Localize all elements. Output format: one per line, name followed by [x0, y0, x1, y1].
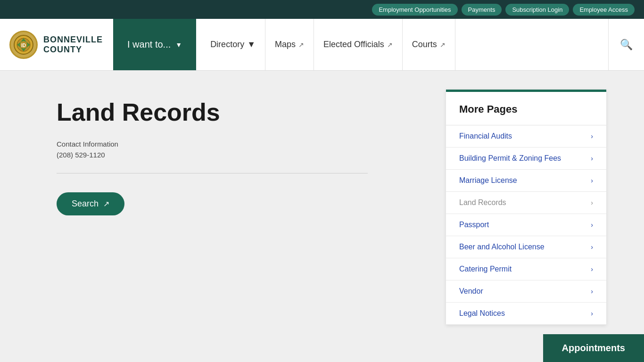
search-icon: 🔍 — [620, 39, 633, 51]
more-pages-legal-notices-label: Legal Notices — [459, 309, 505, 318]
employee-access-btn[interactable]: Employee Access — [573, 4, 635, 16]
more-pages-beer-alcohol[interactable]: Beer and Alcohol License › — [446, 236, 606, 258]
chevron-right-icon: › — [591, 155, 593, 162]
payments-btn[interactable]: Payments — [462, 4, 502, 16]
list-item: Catering Permit › — [446, 258, 606, 280]
more-pages-title: More Pages — [446, 92, 606, 125]
chevron-right-icon: › — [591, 310, 593, 317]
search-external-icon: ↗ — [103, 199, 109, 208]
more-pages-passport[interactable]: Passport › — [446, 214, 606, 236]
main-nav: ID BONNEVILLE COUNTY I want to... ▼ Dire… — [0, 19, 644, 71]
chevron-right-icon: › — [591, 221, 593, 229]
search-button[interactable]: Search ↗ — [57, 192, 124, 215]
nav-item-maps-label: Maps — [275, 40, 296, 49]
courts-external-icon: ↗ — [440, 41, 446, 49]
page-title: Land Records — [57, 99, 427, 126]
nav-item-courts[interactable]: Courts ↗ — [403, 19, 455, 70]
list-item: Building Permit & Zoning Fees › — [446, 148, 606, 170]
svg-text:ID: ID — [21, 43, 26, 48]
more-pages-passport-label: Passport — [459, 221, 489, 229]
nav-item-elected-officials-label: Elected Officials — [323, 40, 384, 49]
list-item: Vendor › — [446, 280, 606, 303]
more-pages-land-records: Land Records › — [446, 192, 606, 214]
more-pages-panel: More Pages Financial Audits › Building P… — [446, 90, 606, 325]
chevron-right-icon: › — [591, 177, 593, 184]
content-divider — [57, 173, 368, 173]
more-pages-vendor-label: Vendor — [459, 287, 483, 296]
more-pages-marriage-license[interactable]: Marriage License › — [446, 170, 606, 191]
contact-label: Contact Information — [57, 140, 427, 148]
employment-opportunities-btn[interactable]: Employment Opportunities — [372, 4, 457, 16]
chevron-right-icon: › — [591, 132, 593, 140]
more-pages-building-permit-label: Building Permit & Zoning Fees — [459, 154, 561, 163]
logo-text-top: BONNEVILLE — [43, 35, 103, 45]
more-pages-legal-notices[interactable]: Legal Notices › — [446, 303, 606, 324]
nav-items: Directory ▼ Maps ↗ Elected Officials ↗ C… — [196, 19, 608, 70]
search-icon-btn[interactable]: 🔍 — [608, 19, 644, 70]
search-button-label: Search — [72, 199, 99, 209]
i-want-to-dropdown[interactable]: I want to... ▼ — [113, 19, 196, 70]
i-want-to-label: I want to... — [127, 39, 171, 50]
subscription-login-btn[interactable]: Subscription Login — [505, 4, 569, 16]
list-item: Financial Audits › — [446, 125, 606, 148]
more-pages-building-permit[interactable]: Building Permit & Zoning Fees › — [446, 148, 606, 169]
chevron-down-icon: ▼ — [175, 41, 182, 49]
more-pages-marriage-license-label: Marriage License — [459, 176, 517, 185]
nav-item-maps[interactable]: Maps ↗ — [265, 19, 314, 70]
main-content: Land Records Contact Information (208) 5… — [57, 99, 427, 325]
logo-icon: ID — [9, 31, 38, 59]
list-item: Marriage License › — [446, 170, 606, 192]
logo-area[interactable]: ID BONNEVILLE COUNTY — [0, 31, 113, 59]
appointments-button[interactable]: Appointments — [543, 334, 644, 362]
list-item: Legal Notices › — [446, 303, 606, 325]
nav-item-directory[interactable]: Directory ▼ — [201, 19, 265, 70]
elected-officials-external-icon: ↗ — [387, 41, 393, 49]
more-pages-catering-permit[interactable]: Catering Permit › — [446, 258, 606, 280]
list-item: Land Records › — [446, 192, 606, 214]
more-pages-vendor[interactable]: Vendor › — [446, 280, 606, 302]
content-area: Land Records Contact Information (208) 5… — [0, 71, 644, 354]
logo-text: BONNEVILLE COUNTY — [43, 35, 103, 55]
nav-item-elected-officials[interactable]: Elected Officials ↗ — [314, 19, 403, 70]
more-pages-financial-audits[interactable]: Financial Audits › — [446, 125, 606, 147]
more-pages-catering-permit-label: Catering Permit — [459, 265, 512, 273]
chevron-right-icon: › — [591, 199, 593, 206]
maps-external-icon: ↗ — [298, 41, 304, 49]
contact-phone: (208) 529-1120 — [57, 151, 427, 159]
more-pages-beer-alcohol-label: Beer and Alcohol License — [459, 243, 545, 251]
list-item: Passport › — [446, 214, 606, 236]
nav-item-directory-label: Directory — [210, 40, 244, 49]
chevron-right-icon: › — [591, 243, 593, 251]
top-bar: Employment Opportunities Payments Subscr… — [0, 0, 644, 19]
chevron-right-icon: › — [591, 288, 593, 295]
list-item: Beer and Alcohol License › — [446, 236, 606, 258]
chevron-right-icon: › — [591, 265, 593, 273]
nav-item-courts-label: Courts — [412, 40, 437, 49]
more-pages-land-records-label: Land Records — [459, 198, 506, 207]
more-pages-list: Financial Audits › Building Permit & Zon… — [446, 125, 606, 325]
logo-text-bottom: COUNTY — [43, 45, 103, 55]
more-pages-financial-audits-label: Financial Audits — [459, 132, 512, 140]
directory-chevron-icon: ▼ — [247, 40, 256, 49]
